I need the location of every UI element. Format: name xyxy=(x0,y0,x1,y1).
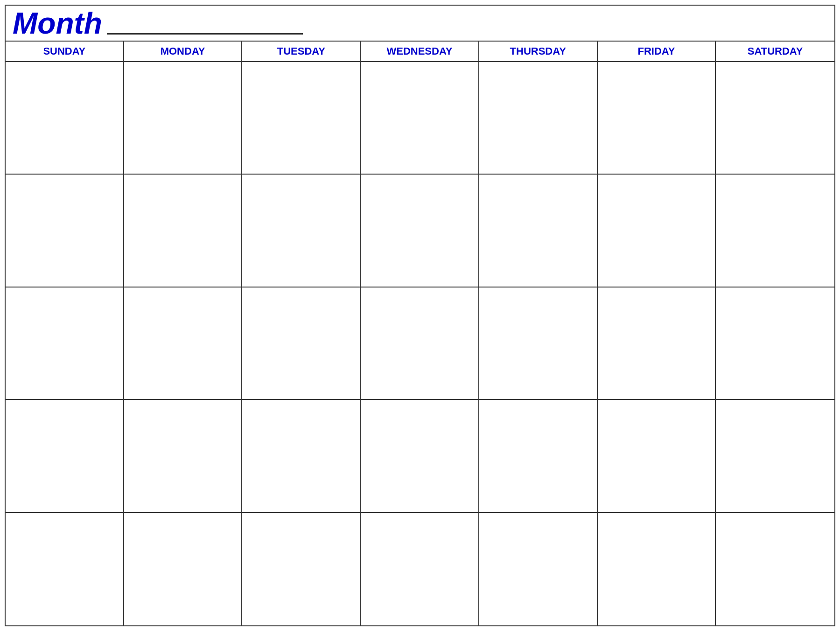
day-header-tuesday: TUESDAY xyxy=(242,42,361,61)
calendar-cell[interactable] xyxy=(598,62,716,175)
calendar-cell[interactable] xyxy=(479,62,598,175)
calendar-container: Month SUNDAY MONDAY TUESDAY WEDNESDAY TH… xyxy=(5,5,835,626)
calendar-cell[interactable] xyxy=(242,62,361,175)
calendar-cell[interactable] xyxy=(242,513,361,625)
calendar-cell[interactable] xyxy=(479,287,598,400)
calendar-cell[interactable] xyxy=(361,175,479,287)
day-header-sunday: SUNDAY xyxy=(6,42,124,61)
calendar-cell[interactable] xyxy=(598,400,716,512)
calendar-cell[interactable] xyxy=(361,62,479,175)
calendar-title: Month xyxy=(13,8,102,38)
calendar-cell[interactable] xyxy=(598,513,716,625)
calendar-cell[interactable] xyxy=(479,175,598,287)
calendar-grid xyxy=(6,62,834,625)
calendar-cell[interactable] xyxy=(716,287,834,400)
calendar-cell[interactable] xyxy=(479,400,598,512)
calendar-header: Month xyxy=(6,6,834,41)
calendar-cell[interactable] xyxy=(598,175,716,287)
calendar-cell[interactable] xyxy=(361,513,479,625)
calendar-cell[interactable] xyxy=(6,513,124,625)
calendar-cell[interactable] xyxy=(124,513,243,625)
calendar-cell[interactable] xyxy=(479,513,598,625)
calendar-cell[interactable] xyxy=(6,175,124,287)
day-header-thursday: THURSDAY xyxy=(479,42,598,61)
calendar-cell[interactable] xyxy=(6,400,124,512)
calendar-cell[interactable] xyxy=(124,287,243,400)
calendar-cell[interactable] xyxy=(361,287,479,400)
calendar-cell[interactable] xyxy=(124,62,243,175)
calendar-cell[interactable] xyxy=(124,400,243,512)
calendar-cell[interactable] xyxy=(242,175,361,287)
calendar-cell[interactable] xyxy=(6,287,124,400)
calendar-cell[interactable] xyxy=(716,175,834,287)
days-header: SUNDAY MONDAY TUESDAY WEDNESDAY THURSDAY… xyxy=(6,41,834,62)
calendar-cell[interactable] xyxy=(6,62,124,175)
calendar-cell[interactable] xyxy=(716,62,834,175)
calendar-month-input[interactable] xyxy=(107,30,303,35)
calendar-cell[interactable] xyxy=(361,400,479,512)
day-header-wednesday: WEDNESDAY xyxy=(361,42,479,61)
calendar-cell[interactable] xyxy=(242,400,361,512)
day-header-saturday: SATURDAY xyxy=(716,42,834,61)
day-header-friday: FRIDAY xyxy=(598,42,716,61)
calendar-cell[interactable] xyxy=(124,175,243,287)
calendar-cell[interactable] xyxy=(598,287,716,400)
calendar-cell[interactable] xyxy=(716,513,834,625)
calendar-cell[interactable] xyxy=(242,287,361,400)
calendar-cell[interactable] xyxy=(716,400,834,512)
day-header-monday: MONDAY xyxy=(124,42,243,61)
